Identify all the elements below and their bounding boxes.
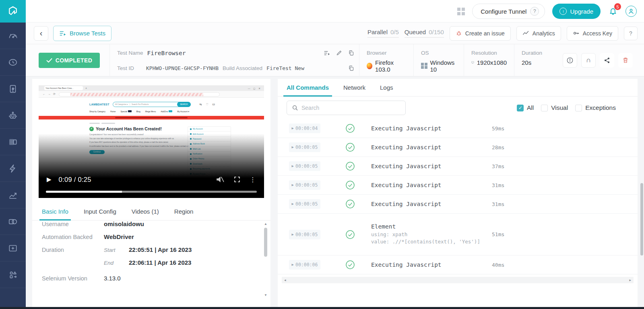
video-menu-icon[interactable]: ⋮ [250, 176, 256, 183]
username-label: Username [42, 221, 104, 227]
mute-icon[interactable] [216, 176, 225, 183]
user-avatar[interactable] [625, 6, 637, 17]
selenium-label: Selenium Version [42, 275, 104, 282]
all-checkbox[interactable] [517, 105, 524, 111]
sidebar-item-realtime-clock[interactable] [0, 49, 26, 76]
sidebar-item-new-window[interactable] [0, 235, 26, 262]
copy-test-id-icon[interactable] [347, 64, 355, 72]
tab-region[interactable]: Region [174, 208, 194, 220]
filter-exceptions[interactable]: Exceptions [575, 104, 616, 111]
sidebar-item-device-lightning[interactable] [0, 76, 26, 102]
fullscreen-icon[interactable] [233, 176, 241, 183]
info-scroll-thumb[interactable] [264, 228, 267, 257]
tab-all-commands[interactable]: All Commands [287, 84, 329, 96]
tab-logs[interactable]: Logs [380, 84, 393, 96]
browse-list-icon [59, 30, 66, 37]
back-button[interactable]: ‹ [34, 26, 48, 41]
horizontal-scrollbar[interactable]: ◂ ▸ [282, 277, 634, 283]
command-title: Executing Javascript [371, 144, 492, 150]
help-button[interactable]: ? [624, 27, 638, 40]
share-button[interactable] [600, 53, 614, 68]
exceptions-checkbox[interactable] [575, 105, 582, 111]
os-column: OS Windows 10 [413, 44, 464, 76]
notifications-button[interactable]: 5 [608, 6, 618, 16]
sidebar-item-robot-automation[interactable] [0, 102, 26, 129]
arch-icon: ∩ [586, 56, 591, 64]
lambdatest-logo[interactable] [0, 0, 26, 23]
command-duration: 59ms [492, 126, 516, 132]
tunnel-arch-button[interactable]: ∩ [581, 53, 596, 68]
sidebar-item-more-shapes[interactable] [0, 262, 26, 288]
command-duration: 31ms [492, 201, 516, 207]
scroll-down-icon[interactable]: ▼ [263, 293, 268, 297]
browse-tests-label: Browse Tests [70, 30, 105, 37]
command-row[interactable]: ▶ 00:00:06 Executing Javascript 40ms [278, 255, 638, 274]
command-timestamp-chip[interactable]: ▶ 00:00:05 [289, 161, 320, 171]
command-timestamp-chip[interactable]: ▶ 00:00:05 [289, 142, 320, 152]
video-progress-bar[interactable] [46, 191, 257, 193]
analytics-button[interactable]: Analytics [516, 26, 561, 41]
video-play-button[interactable]: ▶ [47, 176, 52, 183]
video-player[interactable]: Your Account Has Been Crea... + — ◻ ✕ ← … [39, 85, 264, 198]
command-timestamp-chip[interactable]: ▶ 00:00:05 [289, 199, 320, 209]
configure-tunnel-button[interactable]: Configure Tunnel ? [472, 4, 545, 19]
tab-videos-1-[interactable]: Videos (1) [132, 208, 159, 220]
command-search[interactable] [287, 101, 406, 115]
apps-grid-icon[interactable] [457, 8, 465, 15]
command-row[interactable]: ▶ 00:00:05 Executing Javascript 37ms [278, 157, 638, 176]
command-title: Executing Javascript [371, 163, 492, 169]
sidebar-item-speedometer[interactable] [0, 23, 26, 49]
test-name-value: FireBrowser [147, 50, 186, 56]
command-row[interactable]: ▶ 00:00:05 Executing Javascript 31ms [278, 176, 638, 195]
play-icon: ▶ [292, 165, 294, 168]
play-icon: ▶ [292, 233, 294, 236]
start-value: 22:05:51 | Apr 16 2023 [129, 246, 192, 253]
info-scrollbar[interactable]: ▲ ▼ [263, 222, 268, 303]
play-icon: ▶ [292, 263, 294, 266]
scroll-right-icon[interactable]: ▸ [629, 278, 631, 282]
commands-tabs: All CommandsNetworkLogs [278, 79, 638, 97]
sidebar-item-trend-analytics[interactable] [0, 182, 26, 208]
tab-network[interactable]: Network [343, 84, 365, 96]
visual-checkbox[interactable] [541, 105, 548, 111]
test-steps-icon[interactable] [323, 49, 331, 57]
site-nav-item: Blog [136, 110, 140, 113]
command-row[interactable]: ▶ 00:00:05 Executing Javascript 31ms [278, 195, 638, 214]
sidebar-item-visual-compare[interactable] [0, 129, 26, 155]
share-icon [604, 57, 610, 64]
copy-test-name-icon[interactable] [347, 49, 355, 57]
site-nav-item: Shop by Category [89, 110, 105, 113]
edit-test-name-icon[interactable] [335, 49, 343, 57]
filter-visual[interactable]: Visual [541, 104, 568, 111]
browse-tests-button[interactable]: Browse Tests [53, 26, 111, 41]
command-timestamp-chip[interactable]: ▶ 00:00:05 [289, 230, 320, 239]
sidebar-item-hyperexecute-lightning[interactable] [0, 155, 26, 182]
success-check-icon [345, 124, 355, 133]
tab-basic-info[interactable]: Basic Info [42, 208, 68, 220]
sidebar-item-cross-browser[interactable] [0, 208, 26, 235]
command-timestamp-chip[interactable]: ▶ 00:00:04 [289, 124, 320, 133]
page-scrollbar-thumb[interactable] [640, 183, 643, 255]
access-key-button[interactable]: Access Key [567, 26, 618, 41]
upgrade-button[interactable]: ↑ Upgrade [552, 4, 601, 19]
command-timestamp-chip[interactable]: ▶ 00:00:05 [289, 180, 320, 190]
delete-test-button[interactable] [618, 53, 633, 68]
end-label: End [104, 260, 129, 266]
tab-input-config[interactable]: Input Config [84, 208, 116, 220]
filter-all[interactable]: All [517, 104, 534, 111]
info-button[interactable] [563, 53, 577, 68]
build-label: Build Associated [223, 65, 262, 71]
command-timestamp-chip[interactable]: ▶ 00:00:06 [289, 260, 320, 270]
scroll-left-icon[interactable]: ◂ [284, 278, 286, 282]
duration-value: 20s [522, 59, 531, 66]
scroll-up-icon[interactable]: ▲ [263, 222, 268, 226]
queued-value: 0/150 [429, 29, 444, 35]
address-bar [59, 92, 220, 97]
command-row[interactable]: ▶ 00:00:05 Element using: xpathvalue: ./… [278, 214, 638, 255]
key-icon [573, 30, 580, 36]
tunnel-help-icon[interactable]: ? [530, 7, 539, 16]
create-issue-button[interactable]: Create an issue [450, 26, 511, 41]
command-row[interactable]: ▶ 00:00:04 Executing Javascript 59ms [278, 119, 638, 138]
search-input[interactable] [301, 105, 394, 111]
command-row[interactable]: ▶ 00:00:05 Executing Javascript 28ms [278, 138, 638, 157]
